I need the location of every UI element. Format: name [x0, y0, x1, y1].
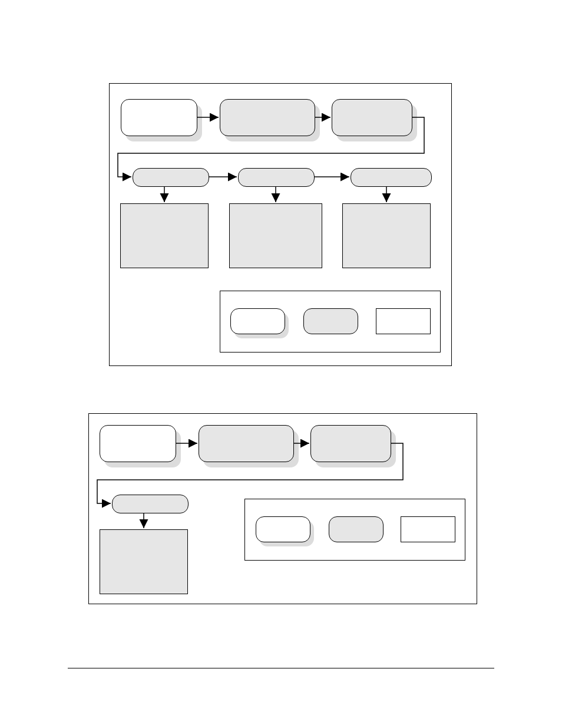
pill-e: [238, 168, 315, 187]
page: [0, 0, 562, 728]
node-a2: [100, 425, 176, 462]
node-b: [220, 99, 315, 136]
node-c2: [310, 425, 391, 462]
node-c: [332, 99, 412, 136]
footer-rule: [68, 668, 494, 668]
legend-node-white: [230, 308, 285, 334]
rect-g2: [100, 529, 188, 594]
pill-d2: [112, 495, 189, 513]
node-b2: [199, 425, 294, 462]
node-a: [121, 99, 197, 136]
rect-h: [229, 203, 322, 268]
pill-f: [351, 168, 432, 187]
legend-pill-2: [329, 516, 384, 542]
legend-node-white-2: [256, 516, 310, 542]
rect-i: [342, 203, 431, 268]
rect-g: [120, 203, 209, 268]
legend-rect-2: [401, 516, 455, 542]
legend-pill: [303, 308, 358, 334]
pill-d: [133, 168, 209, 187]
legend-rect: [376, 308, 431, 334]
